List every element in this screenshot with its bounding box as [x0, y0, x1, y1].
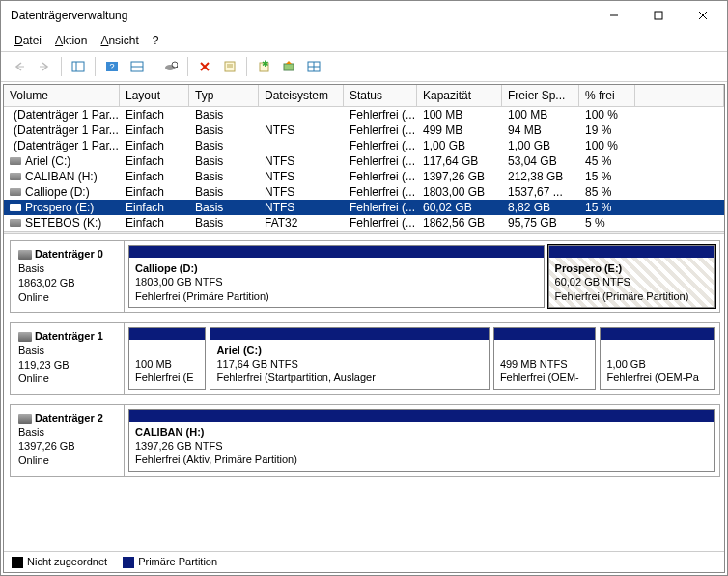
- volume-free: 212,38 GB: [502, 169, 579, 184]
- volume-row[interactable]: Ariel (C:)EinfachBasisNTFSFehlerfrei (..…: [4, 153, 724, 169]
- disk-row: Datenträger 0Basis1863,02 GBOnlineCallio…: [10, 240, 720, 313]
- disk-partitions: Calliope (D:)1803,00 GB NTFSFehlerfrei (…: [125, 241, 719, 312]
- volume-fs: NTFS: [259, 200, 344, 215]
- maximize-button[interactable]: [636, 1, 681, 30]
- volume-name: (Datenträger 1 Par...: [4, 123, 120, 138]
- close-button[interactable]: [681, 1, 725, 30]
- volume-fs: [259, 138, 344, 153]
- svg-line-14: [177, 67, 178, 68]
- partition[interactable]: CALIBAN (H:)1397,26 GB NTFSFehlerfrei (A…: [128, 409, 715, 472]
- properties-button[interactable]: [219, 56, 240, 77]
- partition[interactable]: 499 MB NTFSFehlerfrei (OEM-: [493, 327, 597, 390]
- delete-button[interactable]: [194, 56, 215, 77]
- menu-datei[interactable]: Datei: [9, 32, 47, 49]
- disk-icon: [10, 219, 21, 227]
- volume-typ: Basis: [189, 215, 259, 231]
- volume-cap: 499 MB: [417, 123, 502, 138]
- volume-layout: Einfach: [120, 123, 189, 138]
- partition[interactable]: Prospero (E:)60,02 GB NTFSFehlerfrei (Pr…: [548, 245, 715, 308]
- disk-icon: [18, 332, 32, 342]
- volume-list-header: Volume Layout Typ Dateisystem Status Kap…: [4, 85, 724, 107]
- rescan-disks-button[interactable]: [160, 56, 182, 77]
- col-kapazitaet[interactable]: Kapazität: [417, 85, 502, 106]
- volume-fs: NTFS: [259, 169, 344, 184]
- volume-cap: 1803,00 GB: [417, 184, 502, 200]
- svg-rect-1: [655, 12, 662, 19]
- volume-free: 95,75 GB: [502, 215, 579, 231]
- volume-layout: Einfach: [120, 107, 189, 123]
- volume-row[interactable]: Calliope (D:)EinfachBasisNTFSFehlerfrei …: [4, 184, 724, 200]
- minimize-button[interactable]: [592, 1, 636, 30]
- volume-cap: 60,02 GB: [417, 200, 502, 215]
- volume-name: Ariel (C:): [4, 153, 120, 169]
- volume-cap: 117,64 GB: [417, 153, 502, 169]
- disk-label[interactable]: Datenträger 2Basis1397,26 GBOnline: [11, 405, 125, 476]
- volume-fs: NTFS: [259, 123, 344, 138]
- volume-status: Fehlerfrei (...: [344, 107, 417, 123]
- show-hide-console-tree-button[interactable]: [68, 56, 89, 77]
- volume-free: 1537,67 ...: [502, 184, 579, 200]
- partition-color-bar: [549, 246, 714, 258]
- volume-cap: 1862,56 GB: [417, 215, 502, 231]
- volume-status: Fehlerfrei (...: [344, 138, 417, 153]
- col-typ[interactable]: Typ: [189, 85, 259, 106]
- volume-row[interactable]: (Datenträger 1 Par...EinfachBasisNTFSFeh…: [4, 123, 724, 138]
- volume-status: Fehlerfrei (...: [344, 123, 417, 138]
- volume-typ: Basis: [189, 138, 259, 153]
- col-pfrei[interactable]: % frei: [579, 85, 635, 106]
- volume-row[interactable]: SETEBOS (K:)EinfachBasisFAT32Fehlerfrei …: [4, 215, 724, 231]
- volume-free: 1,00 GB: [502, 138, 579, 153]
- disk-label[interactable]: Datenträger 0Basis1863,02 GBOnline: [11, 241, 125, 312]
- col-layout[interactable]: Layout: [120, 85, 189, 106]
- volume-name: (Datenträger 1 Par...: [4, 107, 120, 123]
- partition[interactable]: 100 MBFehlerfrei (E: [128, 327, 206, 390]
- volume-free: 100 MB: [502, 107, 579, 123]
- volume-layout: Einfach: [120, 138, 189, 153]
- disk-label[interactable]: Datenträger 1Basis119,23 GBOnline: [11, 323, 125, 394]
- volume-name: (Datenträger 1 Par...: [4, 138, 120, 153]
- disk-icon: [18, 414, 32, 424]
- col-dateisystem[interactable]: Dateisystem: [259, 85, 344, 106]
- partition[interactable]: Ariel (C:)117,64 GB NTFSFehlerfrei (Star…: [210, 327, 489, 390]
- volume-cap: 1,00 GB: [417, 138, 502, 153]
- disk-icon: [18, 250, 32, 260]
- volume-pct: 15 %: [579, 169, 635, 184]
- volume-row[interactable]: (Datenträger 1 Par...EinfachBasisFehlerf…: [4, 138, 724, 153]
- partition-info: 100 MBFehlerfrei (E: [129, 340, 205, 389]
- volume-row[interactable]: Prospero (E:)EinfachBasisNTFSFehlerfrei …: [4, 200, 724, 215]
- disk-partitions: 100 MBFehlerfrei (EAriel (C:)117,64 GB N…: [125, 323, 719, 394]
- volume-typ: Basis: [189, 169, 259, 184]
- menu-help[interactable]: ?: [147, 32, 165, 49]
- settings-button[interactable]: [303, 56, 324, 77]
- volume-status: Fehlerfrei (...: [344, 153, 417, 169]
- volume-status: Fehlerfrei (...: [344, 200, 417, 215]
- partition[interactable]: 1,00 GBFehlerfrei (OEM-Pa: [600, 327, 715, 390]
- refresh-button[interactable]: [126, 56, 148, 77]
- help-button[interactable]: ?: [101, 56, 123, 77]
- volume-free: 8,82 GB: [502, 200, 579, 215]
- menu-aktion[interactable]: Aktion: [49, 32, 93, 49]
- partition-color-bar: [601, 328, 714, 340]
- volume-pct: 19 %: [579, 123, 635, 138]
- col-volume[interactable]: Volume: [4, 85, 120, 106]
- col-status[interactable]: Status: [344, 85, 417, 106]
- legend: Nicht zugeordnet Primäre Partition: [4, 551, 724, 572]
- col-freier[interactable]: Freier Sp...: [502, 85, 579, 106]
- partition[interactable]: Calliope (D:)1803,00 GB NTFSFehlerfrei (…: [128, 245, 545, 308]
- volume-row[interactable]: CALIBAN (H:)EinfachBasisNTFSFehlerfrei (…: [4, 169, 724, 184]
- attach-vhd-button[interactable]: [278, 56, 299, 77]
- volume-fs: FAT32: [259, 215, 344, 231]
- toolbar-separator: [154, 57, 154, 76]
- disk-icon: [10, 204, 21, 211]
- menu-ansicht[interactable]: Ansicht: [95, 32, 144, 49]
- volume-layout: Einfach: [120, 169, 189, 184]
- svg-text:✱: ✱: [262, 60, 269, 69]
- volume-row[interactable]: (Datenträger 1 Par...EinfachBasisFehlerf…: [4, 107, 724, 123]
- volume-typ: Basis: [189, 107, 259, 123]
- volume-typ: Basis: [189, 123, 259, 138]
- forward-button[interactable]: [34, 56, 55, 77]
- partition-info: Calliope (D:)1803,00 GB NTFSFehlerfrei (…: [129, 258, 544, 307]
- volume-name: Calliope (D:): [4, 184, 120, 200]
- new-volume-button[interactable]: ✱: [253, 56, 274, 77]
- back-button[interactable]: [9, 56, 30, 77]
